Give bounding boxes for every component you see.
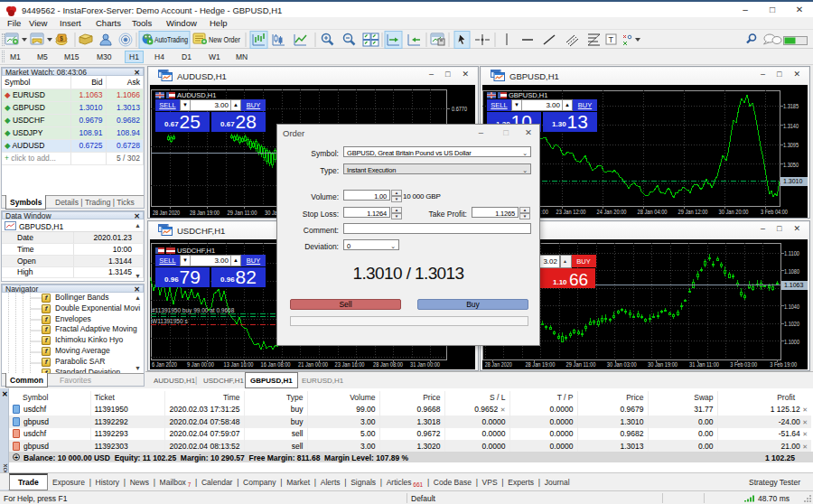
svg-text:9 Jan 00:00: 9 Jan 00:00 bbox=[187, 361, 214, 368]
svg-text:28 Jan 2020: 28 Jan 2020 bbox=[485, 361, 512, 368]
svg-text:28 Jan 08:00: 28 Jan 08:00 bbox=[373, 361, 403, 368]
svg-text:23 Jan 12:00: 23 Jan 12:00 bbox=[556, 209, 586, 215]
svg-text:3 Feb 03:00: 3 Feb 03:00 bbox=[730, 361, 757, 368]
svg-text:30 Jan 20:00: 30 Jan 20:00 bbox=[719, 209, 749, 215]
svg-text:31 Jan 00:00: 31 Jan 00:00 bbox=[410, 361, 440, 368]
svg-text:31 Jan 11:00: 31 Jan 11:00 bbox=[689, 361, 719, 368]
svg-text:3 Feb 04:00: 3 Feb 04:00 bbox=[761, 209, 788, 215]
svg-text:1.1020: 1.1020 bbox=[784, 320, 799, 328]
svg-text:1.1040: 1.1040 bbox=[784, 303, 799, 311]
svg-text:1.1080: 1.1080 bbox=[784, 267, 799, 275]
svg-text:28 Jan 19:00: 28 Jan 19:00 bbox=[525, 361, 555, 368]
svg-text:1.1100: 1.1100 bbox=[784, 249, 799, 257]
svg-text:1.3095: 1.3095 bbox=[783, 141, 799, 149]
svg-text:T: T bbox=[609, 35, 614, 44]
svg-text:1.3050: 1.3050 bbox=[783, 161, 799, 169]
svg-text:30 Jan 19:00: 30 Jan 19:00 bbox=[648, 361, 678, 368]
svg-text:New Order: New Order bbox=[209, 35, 240, 44]
svg-text:1.3185: 1.3185 bbox=[783, 102, 799, 110]
svg-text:28 Jan 04:00: 28 Jan 04:00 bbox=[638, 209, 668, 215]
svg-text:W11391950 s: W11391950 s bbox=[152, 318, 188, 324]
svg-text:1.3140: 1.3140 bbox=[783, 122, 799, 130]
svg-text:6 Jan 2020: 6 Jan 2020 bbox=[152, 361, 177, 368]
svg-text::00: :00 bbox=[541, 209, 548, 215]
svg-text:13 Jan 16:00: 13 Jan 16:00 bbox=[224, 361, 254, 368]
svg-text:#11391950 buy 99.00 at 0.9668: #11391950 buy 99.00 at 0.9668 bbox=[152, 307, 235, 314]
svg-text:3.02: 3.02 bbox=[543, 257, 557, 266]
svg-text:30 Jan 03:00: 30 Jan 03:00 bbox=[607, 361, 637, 368]
svg-text:0.6770: 0.6770 bbox=[452, 105, 467, 113]
svg-text:$: $ bbox=[60, 35, 63, 42]
svg-text:28 Jan 19:00: 28 Jan 19:00 bbox=[190, 210, 220, 216]
svg-text:▲: ▲ bbox=[563, 258, 567, 264]
svg-text:21 Jan 00:00: 21 Jan 00:00 bbox=[298, 361, 328, 368]
svg-text:24 Jan 20:00: 24 Jan 20:00 bbox=[597, 209, 627, 215]
svg-text:1.10: 1.10 bbox=[553, 278, 567, 286]
svg-text:1.1063: 1.1063 bbox=[784, 282, 804, 288]
svg-text:28 Jan 2020: 28 Jan 2020 bbox=[153, 210, 180, 216]
svg-text:29 Jan 12:00: 29 Jan 12:00 bbox=[678, 209, 708, 215]
svg-text:1.3010: 1.3010 bbox=[783, 178, 803, 184]
svg-text:BUY: BUY bbox=[576, 257, 590, 266]
svg-text:29 Jan 11:00: 29 Jan 11:00 bbox=[566, 361, 596, 368]
svg-text:16 Jan 08:00: 16 Jan 08:00 bbox=[261, 361, 291, 368]
svg-text:1.1000: 1.1000 bbox=[784, 338, 799, 346]
svg-text:29 Jan 11:00: 29 Jan 11:00 bbox=[228, 210, 257, 216]
svg-text:66: 66 bbox=[569, 270, 588, 289]
svg-text:3 Feb 19:00: 3 Feb 19:00 bbox=[770, 361, 797, 368]
svg-text:23 Jan 16:00: 23 Jan 16:00 bbox=[335, 361, 365, 368]
svg-text:AutoTrading: AutoTrading bbox=[154, 35, 188, 44]
